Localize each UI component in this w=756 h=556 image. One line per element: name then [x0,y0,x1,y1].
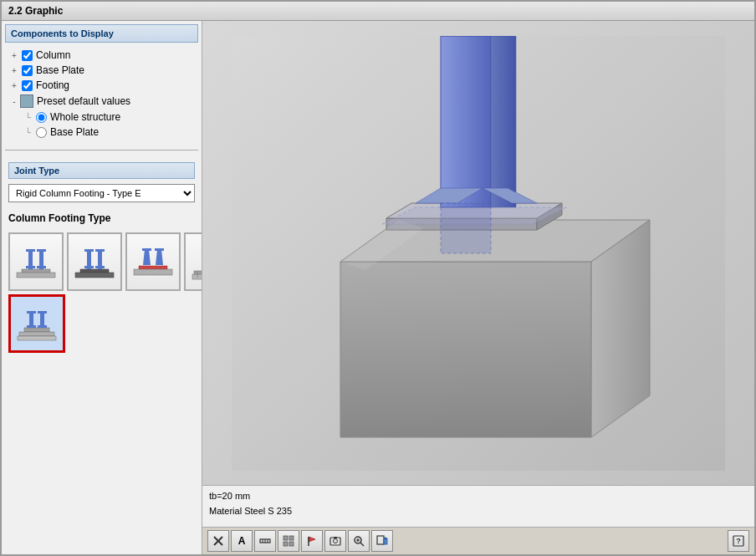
svg-marker-66 [309,537,315,542]
flag-icon [306,535,318,547]
joint-type-dropdown[interactable]: Rigid Column Footing - Type A Rigid Colu… [8,184,195,202]
svg-rect-15 [95,266,105,268]
svg-rect-12 [84,266,94,268]
joint-icon-btn-4[interactable] [184,232,202,291]
joint-icon-btn-2[interactable] [67,232,122,291]
toolbar-bottom: A [202,527,754,554]
status-line2: Material Steel S 235 [209,504,748,519]
tree-area: + Column + Base Plate + Footing [2,44,202,143]
svg-rect-62 [284,536,288,540]
radio-item-base-plate[interactable]: └ Base Plate [25,125,195,140]
checkbox-footing[interactable] [22,80,33,91]
tree-line-1: └ [25,113,31,122]
svg-text:?: ? [736,537,741,545]
help-icon: ? [733,535,744,547]
radio-base-plate[interactable] [36,127,47,138]
dropdown-wrapper: Rigid Column Footing - Type A Rigid Colu… [8,184,195,202]
label-preset: Preset default values [37,95,130,107]
svg-marker-77 [384,537,387,539]
label-baseplate: Base Plate [36,64,84,76]
svg-marker-49 [491,36,516,207]
joint-icon-btn-1[interactable] [8,232,64,291]
checkbox-baseplate[interactable] [22,65,33,76]
radio-item-whole-structure[interactable]: └ Whole structure [25,110,195,125]
help-button[interactable]: ? [728,530,749,552]
svg-rect-17 [134,269,172,275]
toolbar-right: ? [728,530,749,552]
tree-item-baseplate[interactable]: + Base Plate [8,63,195,78]
tree-item-column[interactable]: + Column [8,48,195,63]
label-base-plate-radio: Base Plate [50,126,99,138]
export-icon [376,535,388,547]
column-footing-type-label: Column Footing Type [8,209,195,227]
svg-rect-40 [38,325,47,328]
toolbar-btn-cursor[interactable] [207,530,229,552]
svg-rect-39 [38,311,47,314]
joint-icon-btn-3[interactable] [125,232,181,291]
components-header: Components to Display [5,24,198,43]
expand-icon-preset: - [8,97,20,106]
left-panel: Components to Display + Column + Base Pl… [2,21,202,554]
svg-rect-19 [142,248,151,251]
joint-icon-inner-5 [14,301,59,346]
svg-rect-70 [334,537,337,538]
svg-rect-1 [17,273,55,278]
expand-icon-bp: + [8,66,20,75]
content-area: Components to Display + Column + Base Pl… [2,21,754,554]
viewport-3d[interactable] [202,21,754,485]
joint-svg-5 [16,303,58,344]
toolbar-btn-measure[interactable] [254,530,276,552]
svg-marker-20 [156,249,163,265]
svg-rect-3 [26,249,35,252]
toolbar-btn-zoom[interactable] [348,530,370,552]
joint-icon-inner-4 [189,239,202,284]
3d-scene-svg [232,36,725,471]
svg-rect-11 [84,249,94,252]
joint-type-section: Joint Type Rigid Column Footing - Type A… [2,157,202,358]
toolbar-btn-export[interactable] [371,530,393,552]
checkbox-column[interactable] [22,50,33,61]
photo-icon [329,535,341,547]
toolbar-btn-flag[interactable] [301,530,323,552]
joint-icon-btn-5[interactable] [8,294,65,353]
radio-whole-structure[interactable] [36,112,47,123]
toolbar-btn-photo[interactable] [324,530,346,552]
joint-svg-4 [191,241,202,283]
svg-rect-63 [289,536,294,540]
svg-marker-42 [340,262,591,437]
expand-icon-ft: + [8,81,20,90]
cursor-icon [212,535,224,547]
joint-type-grid-row2 [8,294,195,353]
toolbar-btn-grid[interactable] [278,530,299,552]
svg-rect-64 [284,542,288,546]
folder-icon [20,94,33,108]
expand-icon: + [8,51,20,60]
label-footing: Footing [36,79,69,91]
status-line1: tb=20 mm [209,489,748,504]
joint-svg-3 [132,241,174,283]
svg-rect-32 [24,328,49,332]
window-title: 2.2 Graphic [8,5,63,17]
svg-rect-37 [27,325,36,328]
svg-rect-75 [377,536,384,544]
tree-item-footing[interactable]: + Footing [8,78,195,93]
label-column: Column [36,49,70,61]
preset-children: └ Whole structure └ Base Plate [8,110,195,140]
joint-icon-inner-3 [130,239,176,284]
label-whole-structure: Whole structure [50,111,120,123]
svg-rect-14 [95,249,105,252]
svg-rect-7 [37,266,46,268]
svg-rect-9 [75,273,114,278]
svg-rect-48 [441,36,491,207]
joint-icon-inner-2 [72,239,117,284]
tree-item-preset[interactable]: - Preset default values [8,93,195,110]
right-panel: tb=20 mm Material Steel S 235 A [202,21,754,554]
grid-icon [283,535,294,547]
toolbar-btn-text[interactable]: A [231,530,253,552]
measure-icon [259,535,271,547]
divider [5,150,198,150]
joint-svg-1 [15,241,57,283]
svg-rect-4 [26,266,35,268]
svg-rect-6 [37,249,46,252]
joint-type-header: Joint Type [8,162,195,179]
